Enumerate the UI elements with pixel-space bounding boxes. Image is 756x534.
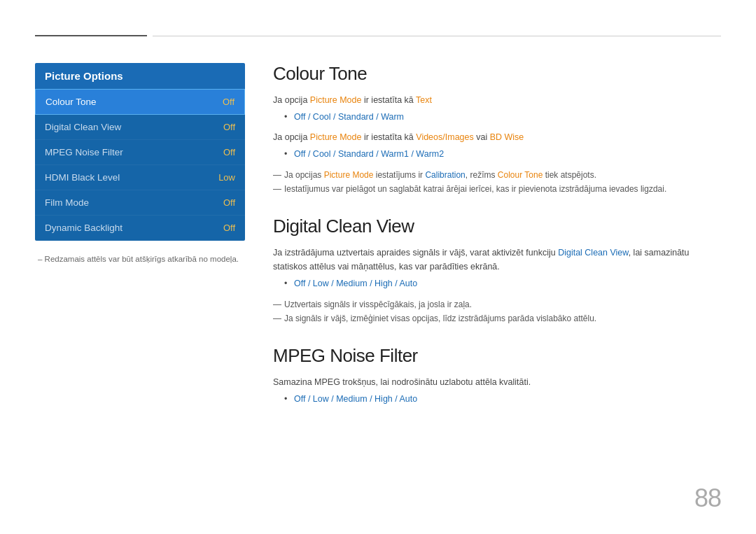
section-digital-clean-view-body: Ja izstrādājuma uztvertais apraides sign…	[273, 246, 721, 325]
section-colour-tone-title: Colour Tone	[273, 63, 721, 85]
list-item: Off / Cool / Standard / Warm	[284, 110, 721, 125]
sidebar-item-label: Film Mode	[45, 197, 89, 208]
sidebar-item-label: Colour Tone	[46, 97, 97, 107]
link-videos-images: Videos/Images	[416, 132, 473, 142]
sidebar-item-film-mode[interactable]: Film Mode Off	[35, 190, 245, 216]
sidebar-item-label: HDMI Black Level	[45, 172, 120, 183]
sidebar-item-label: Digital Clean View	[45, 122, 121, 132]
sidebar-item-value: Off	[223, 147, 235, 157]
option-text: Off / Cool / Standard / Warm1 / Warm2	[294, 149, 444, 159]
sidebar-item-digital-clean-view[interactable]: Digital Clean View Off	[35, 115, 245, 140]
link-colour-tone-ref: Colour Tone	[498, 170, 543, 180]
option-text: Off / Low / Medium / High / Auto	[294, 279, 417, 288]
sidebar-item-value: Off	[223, 197, 235, 208]
link-picture-mode-1: Picture Mode	[310, 95, 362, 105]
digital-clean-view-para: Ja izstrādājuma uztvertais apraides sign…	[273, 246, 721, 274]
note-item: Iestatījumus var pielāgot un saglabāt ka…	[273, 182, 721, 196]
digital-clean-view-bullets: Off / Low / Medium / High / Auto	[284, 276, 721, 291]
divider-short	[35, 35, 147, 36]
note-item: Ja opcijas Picture Mode iestatījums ir C…	[273, 168, 721, 182]
link-picture-mode-3: Picture Mode	[324, 170, 374, 180]
option-text: Off / Cool / Standard / Warm	[294, 112, 404, 122]
page-number: 88	[694, 484, 721, 513]
sidebar-note: – Redzamais attēls var būt atšķirīgs atk…	[35, 255, 245, 263]
section-colour-tone: Colour Tone Ja opcija Picture Mode ir ie…	[273, 63, 721, 196]
sidebar-item-label: Dynamic Backlight	[45, 223, 122, 233]
colour-tone-bullets1: Off / Cool / Standard / Warm	[284, 110, 721, 125]
note-item: Ja signāls ir vājš, izmēģiniet visas opc…	[273, 311, 721, 325]
mpeg-noise-filter-bullets: Off / Low / Medium / High / Auto	[284, 392, 721, 407]
section-mpeg-noise-filter-body: Samazina MPEG trokšņus, lai nodrošinātu …	[273, 375, 721, 407]
digital-clean-view-notes: Uztvertais signāls ir visspēcīgākais, ja…	[273, 297, 721, 326]
colour-tone-para1: Ja opcija Picture Mode ir iestatīta kā T…	[273, 93, 721, 107]
page-container: Picture Options Colour Tone Off Digital …	[0, 0, 756, 534]
link-bd-wise: BD Wise	[490, 132, 524, 142]
list-item: Off / Cool / Standard / Warm1 / Warm2	[284, 147, 721, 162]
link-calibration: Calibration	[425, 170, 465, 180]
main-content: Colour Tone Ja opcija Picture Mode ir ie…	[273, 63, 721, 427]
sidebar-item-value: Low	[218, 172, 235, 183]
sidebar-item-value: Off	[223, 97, 234, 107]
mpeg-noise-filter-para: Samazina MPEG trokšņus, lai nodrošinātu …	[273, 375, 721, 389]
section-colour-tone-body: Ja opcija Picture Mode ir iestatīta kā T…	[273, 93, 721, 196]
list-item: Off / Low / Medium / High / Auto	[284, 276, 721, 291]
top-dividers	[35, 35, 721, 36]
colour-tone-para2: Ja opcija Picture Mode ir iestatīta kā V…	[273, 130, 721, 144]
sidebar-menu: Colour Tone Off Digital Clean View Off M…	[35, 89, 245, 241]
sidebar-item-label: MPEG Noise Filter	[45, 147, 123, 157]
section-digital-clean-view-title: Digital Clean View	[273, 216, 721, 237]
sidebar-item-value: Off	[223, 122, 235, 132]
link-picture-mode-2: Picture Mode	[310, 132, 362, 142]
sidebar-item-colour-tone[interactable]: Colour Tone Off	[35, 89, 245, 115]
link-text-1: Text	[416, 95, 432, 105]
content-area: Picture Options Colour Tone Off Digital …	[35, 63, 721, 427]
option-text: Off / Low / Medium / High / Auto	[294, 394, 417, 404]
sidebar: Picture Options Colour Tone Off Digital …	[35, 63, 245, 427]
section-mpeg-noise-filter: MPEG Noise Filter Samazina MPEG trokšņus…	[273, 345, 721, 407]
colour-tone-notes: Ja opcijas Picture Mode iestatījums ir C…	[273, 168, 721, 197]
sidebar-item-mpeg-noise-filter[interactable]: MPEG Noise Filter Off	[35, 140, 245, 165]
sidebar-item-hdmi-black-level[interactable]: HDMI Black Level Low	[35, 165, 245, 190]
sidebar-item-value: Off	[223, 223, 235, 233]
link-digital-clean-view: Digital Clean View	[558, 248, 629, 258]
note-item: Uztvertais signāls ir visspēcīgākais, ja…	[273, 297, 721, 311]
list-item: Off / Low / Medium / High / Auto	[284, 392, 721, 407]
divider-long	[153, 36, 721, 36]
section-mpeg-noise-filter-title: MPEG Noise Filter	[273, 345, 721, 367]
sidebar-item-dynamic-backlight[interactable]: Dynamic Backlight Off	[35, 216, 245, 241]
colour-tone-bullets2: Off / Cool / Standard / Warm1 / Warm2	[284, 147, 721, 162]
section-digital-clean-view: Digital Clean View Ja izstrādājuma uztve…	[273, 216, 721, 325]
sidebar-title: Picture Options	[35, 63, 245, 89]
